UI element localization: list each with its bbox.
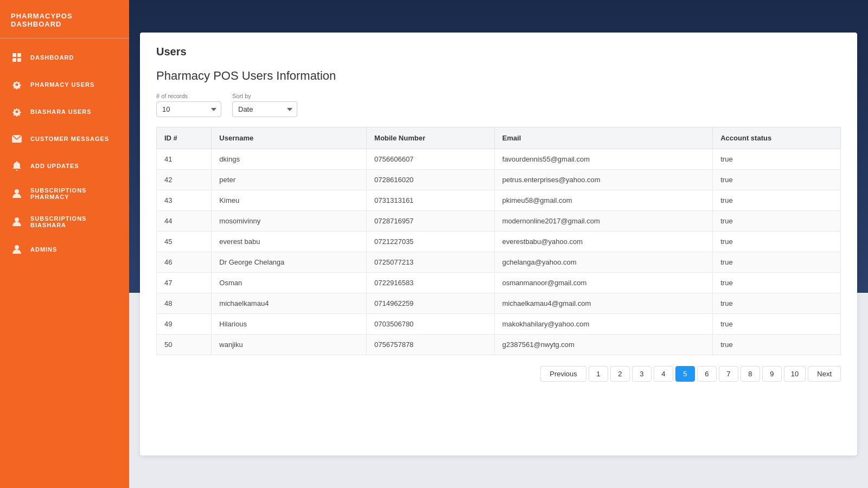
- page-2-button[interactable]: 2: [610, 366, 630, 382]
- cell-email: michaelkamau4@gmail.com: [494, 293, 712, 314]
- cell-email: everestbabu@yahoo.com: [494, 232, 712, 252]
- svg-rect-3: [17, 58, 21, 62]
- gear-icon: [11, 79, 23, 91]
- cell-mobile: 0731313161: [367, 190, 495, 211]
- sidebar-label-pharmacy-users: PHARMACY USERS: [30, 81, 94, 88]
- sidebar-item-admins[interactable]: ADMINS: [0, 236, 129, 263]
- cell-username: michaelkamau4: [212, 293, 367, 314]
- grid-icon: [11, 52, 23, 63]
- cell-id: 49: [157, 314, 212, 335]
- sidebar-item-pharmacy-users[interactable]: PHARMACY USERS: [0, 71, 129, 98]
- cell-username: dkings: [212, 149, 367, 170]
- cell-email: petrus.enterprises@yahoo.com: [494, 170, 712, 190]
- next-button[interactable]: Next: [808, 366, 841, 382]
- sidebar-label-customer-messages: CUSTOMER MESSAGES: [30, 136, 109, 142]
- pagination: Previous 1 2 3 4 5 6 7 8 9 10 Next: [156, 366, 841, 382]
- page-3-button[interactable]: 3: [632, 366, 652, 382]
- cell-status: true: [713, 335, 841, 355]
- bell-icon: [11, 160, 23, 172]
- page-9-button[interactable]: 9: [762, 366, 782, 382]
- page-title: Users: [156, 46, 841, 58]
- sidebar-label-add-updates: ADD UPDATES: [30, 163, 79, 169]
- person-icon: [11, 188, 23, 200]
- table-row: 48michaelkamau40714962259michaelkamau4@g…: [157, 293, 841, 314]
- sidebar-item-subscriptions-pharmacy[interactable]: SUBSCRIPTIONS PHARMACY: [0, 179, 129, 208]
- table-row: 45everest babu0721227035everestbabu@yaho…: [157, 232, 841, 252]
- sidebar-item-subscriptions-biashara[interactable]: SUBSCRIPTIONS BIASHARA: [0, 208, 129, 236]
- page-6-button[interactable]: 6: [697, 366, 717, 382]
- cell-id: 41: [157, 149, 212, 170]
- svg-point-5: [15, 189, 19, 194]
- cell-mobile: 0721227035: [367, 232, 495, 252]
- sidebar-item-customer-messages[interactable]: CUSTOMER MESSAGES: [0, 125, 129, 152]
- col-mobile: Mobile Number: [367, 127, 495, 149]
- cell-status: true: [713, 293, 841, 314]
- table-row: 46Dr George Chelanga0725077213gchelanga@…: [157, 252, 841, 273]
- cell-id: 44: [157, 211, 212, 232]
- section-title: Pharmacy POS Users Information: [156, 69, 841, 83]
- sidebar-label-dashboard: DASHBOARD: [30, 54, 74, 61]
- page-4-button[interactable]: 4: [654, 366, 673, 382]
- cell-username: wanjiku: [212, 335, 367, 355]
- cell-mobile: 0714962259: [367, 293, 495, 314]
- cell-status: true: [713, 232, 841, 252]
- cell-id: 46: [157, 252, 212, 273]
- svg-rect-0: [12, 53, 16, 57]
- cell-id: 47: [157, 273, 212, 293]
- gear2-icon: [11, 106, 23, 118]
- cell-id: 45: [157, 232, 212, 252]
- cell-mobile: 0703506780: [367, 314, 495, 335]
- page-10-button[interactable]: 10: [784, 366, 806, 382]
- cell-id: 48: [157, 293, 212, 314]
- main-content: Users Pharmacy POS Users Information # o…: [129, 0, 868, 488]
- cell-status: true: [713, 190, 841, 211]
- table-header-row: ID # Username Mobile Number Email Accoun…: [157, 127, 841, 149]
- top-bar: [129, 0, 868, 33]
- cell-email: favourdennis55@gmail.com: [494, 149, 712, 170]
- cell-mobile: 0722916583: [367, 273, 495, 293]
- records-label: # of records: [156, 93, 221, 99]
- cell-mobile: 0728616020: [367, 170, 495, 190]
- table-row: 42peter0728616020petrus.enterprises@yaho…: [157, 170, 841, 190]
- svg-rect-1: [17, 53, 21, 57]
- cell-username: Dr George Chelanga: [212, 252, 367, 273]
- sidebar: PHARMACYPOS DASHBOARD DASHBOARD PHARMACY…: [0, 0, 129, 488]
- page-7-button[interactable]: 7: [719, 366, 738, 382]
- content-card: Users Pharmacy POS Users Information # o…: [140, 33, 857, 455]
- cell-status: true: [713, 252, 841, 273]
- sidebar-label-subscriptions-biashara: SUBSCRIPTIONS BIASHARA: [30, 215, 118, 228]
- sidebar-item-add-updates[interactable]: ADD UPDATES: [0, 152, 129, 179]
- cell-email: pkimeu58@gmail.com: [494, 190, 712, 211]
- page-5-button[interactable]: 5: [675, 366, 695, 382]
- cell-username: mosomivinny: [212, 211, 367, 232]
- cell-mobile: 0756757878: [367, 335, 495, 355]
- sidebar-nav: DASHBOARD PHARMACY USERS BIASHARA USERS: [0, 38, 129, 263]
- table-row: 41dkings0756606607favourdennis55@gmail.c…: [157, 149, 841, 170]
- sidebar-item-dashboard[interactable]: DASHBOARD: [0, 44, 129, 71]
- cell-status: true: [713, 170, 841, 190]
- person3-icon: [11, 243, 23, 255]
- sortby-select[interactable]: Date Name ID: [232, 101, 297, 117]
- cell-username: everest babu: [212, 232, 367, 252]
- table-row: 50wanjiku0756757878g2387561@nwytg.comtru…: [157, 335, 841, 355]
- cell-status: true: [713, 149, 841, 170]
- controls-row: # of records 10 25 50 Sort by Date Name …: [156, 93, 841, 117]
- users-table: ID # Username Mobile Number Email Accoun…: [156, 127, 841, 355]
- cell-username: Osman: [212, 273, 367, 293]
- cell-username: Kimeu: [212, 190, 367, 211]
- cell-mobile: 0725077213: [367, 252, 495, 273]
- cell-status: true: [713, 273, 841, 293]
- envelope-icon: [11, 133, 23, 145]
- app-title: PHARMACYPOS DASHBOARD: [0, 0, 129, 38]
- page-8-button[interactable]: 8: [741, 366, 760, 382]
- svg-point-6: [15, 217, 19, 222]
- cell-status: true: [713, 211, 841, 232]
- records-select[interactable]: 10 25 50: [156, 101, 221, 117]
- sidebar-label-admins: ADMINS: [30, 246, 57, 253]
- table-row: 47Osman0722916583osmanmanoor@gmail.comtr…: [157, 273, 841, 293]
- previous-button[interactable]: Previous: [540, 366, 586, 382]
- page-1-button[interactable]: 1: [589, 366, 608, 382]
- sortby-label: Sort by: [232, 93, 297, 99]
- sidebar-item-biashara-users[interactable]: BIASHARA USERS: [0, 98, 129, 125]
- cell-username: peter: [212, 170, 367, 190]
